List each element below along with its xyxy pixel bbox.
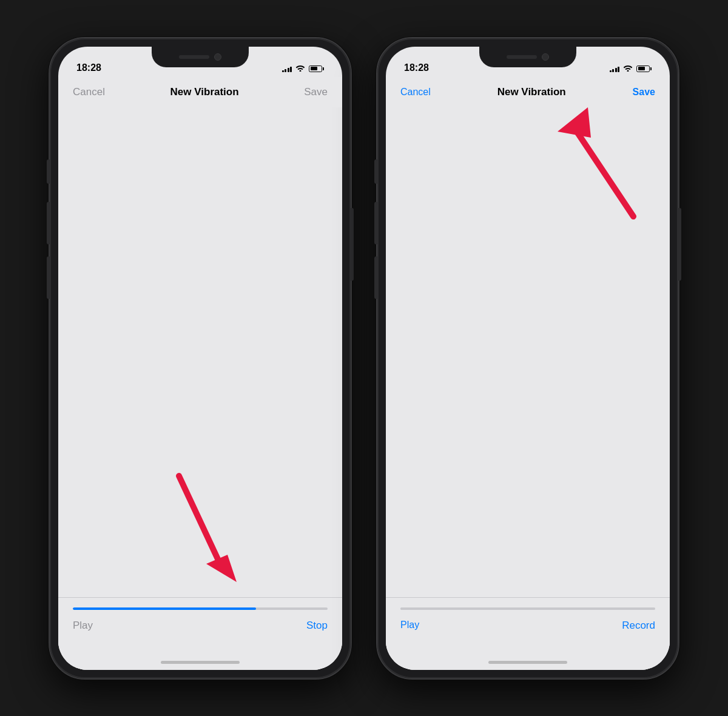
wifi-icon-left [295,64,305,73]
play-button-left[interactable]: Play [73,620,93,632]
bar2 [285,69,286,72]
power-button [351,208,354,281]
nav-bar-left: Cancel New Vibration Save [58,77,342,107]
battery-icon-left [309,65,324,72]
play-button-right[interactable]: Play [400,620,419,632]
signal-icon-right [610,65,620,72]
playback-buttons-left: Play Stop [58,615,342,632]
progress-fill-left [73,607,256,610]
wifi-icon-right [623,64,633,73]
battery-fill-right [638,67,645,70]
cancel-button-right[interactable]: Cancel [400,87,431,98]
volume-down-button-right [374,256,377,299]
nav-title-left: New Vibration [170,86,239,98]
notch-left [152,47,249,67]
phone-left: 18:28 [49,37,352,680]
speaker [179,55,209,59]
status-icons-left [282,64,325,73]
rbar4 [618,67,619,72]
rbar3 [615,68,617,72]
power-button-right [678,208,681,281]
battery-cap-right [650,67,652,70]
phone-right: 18:28 [376,37,679,680]
bar1 [282,70,284,72]
progress-track-right [400,607,655,610]
content-area-right: Play Record [386,107,670,670]
bottom-controls-left: Play Stop [58,597,342,670]
save-button-right[interactable]: Save [633,87,655,98]
save-button-left[interactable]: Save [304,86,328,98]
content-area-left: Play Stop [58,107,342,670]
volume-up-button-right [374,202,377,244]
stop-button-left[interactable]: Stop [306,620,328,632]
progress-container-right [386,598,670,615]
battery-icon-right [636,65,652,72]
progress-fill-right [400,607,528,610]
battery-cap-left [323,67,324,70]
home-indicator-right [488,661,567,664]
bar4 [290,67,292,72]
playback-buttons-right: Play Record [386,615,670,632]
battery-body-right [636,65,650,72]
volume-down-button [47,256,50,299]
phone-body-left: 18:28 [49,37,352,680]
notch-right [479,47,576,67]
signal-icon-left [282,65,292,72]
volume-up-button [47,202,50,244]
nav-title-right: New Vibration [497,86,566,98]
progress-track-left [73,607,328,610]
battery-fill-left [311,67,318,70]
bar3 [288,68,289,72]
record-button-right[interactable]: Record [622,620,655,632]
progress-container-left [58,598,342,615]
speaker-right [507,55,537,59]
home-indicator-left [161,661,240,664]
bottom-controls-right: Play Record [386,597,670,670]
rbar2 [612,69,614,72]
phone-body-right: 18:28 [376,37,679,680]
cancel-button-left[interactable]: Cancel [73,86,105,98]
camera [214,53,221,61]
camera-right [542,53,549,61]
mute-button [47,159,50,184]
mute-button-right [374,159,377,184]
nav-bar-right: Cancel New Vibration Save [386,77,670,107]
phone-screen-right: 18:28 [386,47,670,670]
battery-body-left [309,65,322,72]
phone-screen-left: 18:28 [58,47,342,670]
status-icons-right [610,64,652,73]
rbar1 [610,70,612,72]
